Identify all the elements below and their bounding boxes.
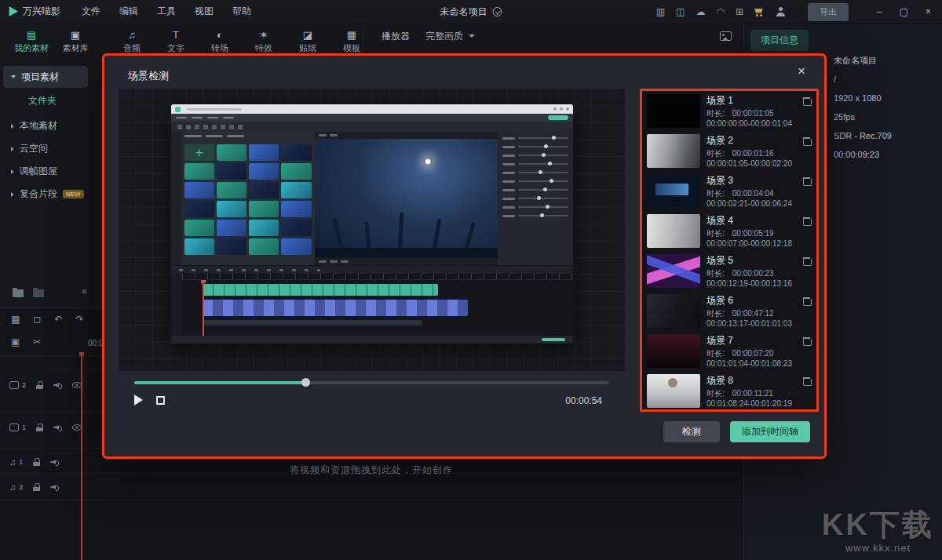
tool-audio[interactable]: ♫ 音频: [110, 30, 154, 54]
close-dialog-icon[interactable]: ×: [798, 64, 805, 78]
scene-list-item[interactable]: 场景 8 时长:00:00:11:21 00:01:08:24-00:01:20…: [642, 371, 816, 411]
sidebar-item-compound-clip[interactable]: 复合片段 NEW: [3, 183, 88, 205]
mute-icon[interactable]: [53, 382, 62, 389]
tab-project-info[interactable]: 项目信息: [750, 30, 809, 51]
delete-scene-icon[interactable]: [803, 96, 810, 105]
detect-button[interactable]: 检测: [663, 421, 720, 442]
scene-list-item[interactable]: 场景 6 时长:00:00:47:12 00:00:13:17-00:01:01…: [642, 291, 816, 331]
scene-thumbnail[interactable]: [647, 134, 700, 168]
sidebar-item-folder[interactable]: 文件夹: [3, 91, 88, 110]
lock-icon[interactable]: [36, 424, 43, 431]
menu-item[interactable]: 帮助: [224, 2, 260, 20]
tool-templates[interactable]: ▦ 模板: [330, 30, 374, 54]
menu-item[interactable]: 视图: [186, 2, 222, 20]
mini-video-preview: [315, 132, 498, 265]
select-icon[interactable]: ◻: [33, 314, 41, 325]
playhead[interactable]: [81, 352, 82, 560]
project-info-value: 未命名项目: [834, 56, 892, 66]
menu-item[interactable]: 文件: [73, 2, 109, 20]
mute-icon[interactable]: [50, 484, 59, 491]
tool-text[interactable]: T 文字: [154, 30, 198, 54]
folder-icon[interactable]: [13, 289, 24, 297]
sidebar-item-cloud-space[interactable]: 云空间: [3, 137, 88, 160]
scene-thumbnail[interactable]: [647, 374, 700, 408]
seek-handle[interactable]: [301, 378, 310, 387]
delete-scene-icon[interactable]: [803, 296, 810, 305]
quality-dropdown[interactable]: 完整画质: [425, 30, 475, 43]
lock-icon[interactable]: [33, 483, 40, 491]
maximize-button[interactable]: ▢: [900, 6, 908, 17]
tool-icon: ◪: [303, 30, 312, 40]
close-window-button[interactable]: ×: [926, 6, 931, 17]
tool-label: 模板: [343, 42, 360, 54]
folder-add-icon[interactable]: [33, 289, 44, 297]
scene-range: 00:00:07:00-00:00:12:18: [706, 238, 812, 249]
tool-effects[interactable]: ✶ 特效: [242, 30, 286, 54]
titlebar-right: ▥ ◫ ☁ ◠ ⊞ 导出 – ▢ ×: [656, 0, 936, 24]
scene-thumbnail[interactable]: [647, 214, 700, 248]
minimize-button[interactable]: –: [877, 6, 882, 17]
tool-stickers[interactable]: ◪ 贴纸: [286, 30, 330, 54]
track-number: 1: [22, 424, 26, 431]
delete-scene-icon[interactable]: [803, 336, 810, 345]
delete-scene-icon[interactable]: [803, 256, 810, 265]
mute-icon[interactable]: [53, 424, 62, 431]
sidebar-item-local-media[interactable]: 本地素材: [3, 115, 88, 137]
preview-seek-bar[interactable]: [134, 381, 609, 384]
scene-thumbnail[interactable]: [647, 334, 700, 368]
scene-range: 00:00:12:19-00:00:13:16: [706, 278, 812, 289]
cut-icon[interactable]: ✂: [33, 336, 41, 347]
menu-bar: 文件编辑工具视图帮助: [73, 2, 260, 20]
cloud-upload-icon[interactable]: ☁: [696, 7, 705, 16]
dialog-title: 场景检测: [128, 69, 169, 83]
delete-scene-icon[interactable]: [803, 376, 810, 385]
scene-list-item[interactable]: 场景 4 时长:00:00:05:19 00:00:07:00-00:00:12…: [642, 211, 816, 251]
scene-list-item[interactable]: 场景 7 时长:00:00:07:20 00:01:01:04-00:01:08…: [642, 331, 816, 371]
tab-media-library[interactable]: ▣ 素材库: [53, 30, 97, 54]
chevron-icon: [11, 147, 14, 151]
menu-item[interactable]: 工具: [148, 2, 184, 20]
export-button[interactable]: 导出: [808, 3, 849, 21]
play-button[interactable]: [134, 395, 143, 405]
stop-button[interactable]: [156, 396, 165, 405]
sidebar-item-record[interactable]: 调帧图屋: [3, 160, 88, 183]
scene-thumbnail[interactable]: [647, 94, 700, 128]
add-to-timeline-button[interactable]: 添加到时间轴: [730, 421, 810, 442]
save-icon[interactable]: ◫: [676, 7, 685, 16]
scene-list-item[interactable]: 场景 2 时长:00:00:01:16 00:00:01:05-00:00:02…: [642, 131, 816, 171]
scene-range: 00:01:01:04-00:01:08:23: [706, 358, 812, 369]
tool-transition[interactable]: ◐ 转场: [198, 30, 242, 54]
tool-label: 音频: [123, 42, 141, 54]
menu-item[interactable]: 编辑: [111, 2, 147, 20]
scene-thumbnail[interactable]: [647, 294, 700, 328]
delete-scene-icon[interactable]: [803, 136, 810, 145]
scene-thumbnail[interactable]: [647, 174, 700, 208]
mini-titlebar: [171, 104, 573, 114]
delete-scene-icon[interactable]: [803, 216, 810, 225]
account-icon[interactable]: [776, 7, 786, 16]
lock-icon[interactable]: [36, 381, 43, 389]
media-sidebar: 项目素材 文件夹 本地素材 云空间 调帧: [0, 66, 91, 205]
apps-icon[interactable]: ⊞: [736, 7, 743, 16]
scene-list-item[interactable]: 场景 1 时长:00:00:01:05 00:00:00:00-00:00:01…: [642, 91, 816, 131]
snapshot-icon[interactable]: [720, 31, 732, 41]
scene-duration: 时长:00:00:01:05: [706, 108, 812, 118]
delete-scene-icon[interactable]: [803, 176, 810, 185]
cart-icon[interactable]: [754, 8, 765, 16]
player-label: 播放器: [382, 30, 410, 43]
collapse-panel-icon[interactable]: «: [82, 285, 87, 296]
scene-list-item[interactable]: 场景 5 时长:00:00:00:23 00:00:12:19-00:00:13…: [642, 251, 816, 291]
workspace-layout-icon[interactable]: ▥: [656, 7, 665, 16]
tab-my-media[interactable]: ▤ 我的素材: [9, 30, 53, 54]
new-badge: NEW: [63, 190, 84, 199]
scene-thumbnail[interactable]: [647, 254, 700, 288]
sidebar-item-project-media[interactable]: 项目素材: [3, 66, 88, 88]
support-icon[interactable]: ◠: [716, 7, 724, 16]
media-tab-label: 素材库: [63, 42, 89, 54]
redo-icon[interactable]: ↷: [75, 314, 83, 325]
copy-icon[interactable]: ▣: [11, 336, 20, 347]
scene-list-item[interactable]: 场景 3 时长:00:00:04:04 00:00:02:21-00:00:06…: [642, 171, 816, 211]
scene-name: 场景 8: [706, 374, 733, 387]
layers-icon[interactable]: ▦: [11, 314, 20, 325]
undo-icon[interactable]: ↶: [54, 314, 62, 325]
